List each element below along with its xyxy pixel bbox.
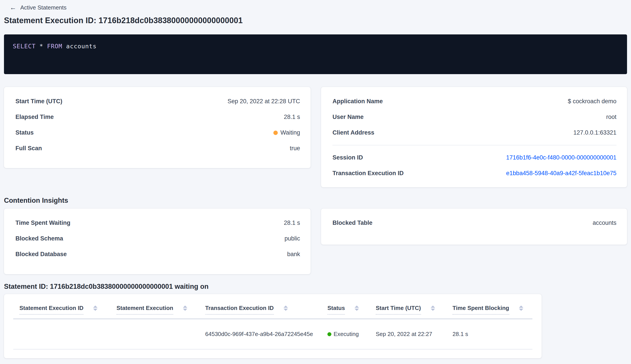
sql-keyword: FROM [47,43,62,50]
waiting-statements-table: Statement Execution ID Statement Executi… [13,294,532,350]
user-name-label: User Name [332,114,364,120]
contention-details-card: Time Spent Waiting 28.1 s Blocked Schema… [4,208,311,274]
column-header-time-spent-blocking[interactable]: Time Spent Blocking [446,294,532,319]
cell-transaction-execution-id: 64530d0c-969f-437e-a9b4-26a72245e45e [199,319,321,350]
blocked-table-value: accounts [592,220,616,226]
card-divider [332,145,616,146]
blocked-table-card: Blocked Table accounts [321,208,627,245]
client-address-value: 127.0.0.1:63321 [574,129,616,136]
sql-table-name: accounts [66,43,97,50]
sql-statement-box: SELECT * FROM accounts [4,34,627,74]
sort-arrows-icon[interactable] [93,305,98,311]
page-title: Statement Execution ID: 1716b218dc0b3838… [4,16,627,25]
column-header-statement-execution-id[interactable]: Statement Execution ID [13,294,110,319]
column-header-status[interactable]: Status [321,294,370,319]
sort-arrows-icon[interactable] [283,305,288,311]
sql-star: * [40,43,43,50]
sort-arrows-icon[interactable] [430,305,436,311]
session-id-label: Session ID [332,154,363,161]
cell-status: Executing [321,319,370,350]
full-scan-label: Full Scan [16,145,42,152]
executing-status-dot-icon [328,332,332,336]
cell-time-spent-blocking: 28.1 s [446,319,532,350]
session-id-link[interactable]: 1716b1f6-4e0c-f480-0000-000000000001 [506,154,616,161]
transaction-execution-id-label: Transaction Execution ID [332,170,404,177]
sort-arrows-icon[interactable] [182,305,188,311]
table-header-row: Statement Execution ID Statement Executi… [13,294,532,319]
waiting-status-dot-icon [273,130,278,135]
elapsed-time-value: 28.1 s [284,114,300,120]
session-id-row: Session ID 1716b1f6-4e0c-f480-0000-00000… [332,154,616,161]
blocked-database-value: bank [287,251,300,258]
back-link[interactable]: ← Active Statements [10,3,627,12]
column-header-statement-execution[interactable]: Statement Execution [110,294,199,319]
blocked-schema-row: Blocked Schema public [16,235,300,242]
table-row: 64530d0c-969f-437e-a9b4-26a72245e45e Exe… [13,319,532,350]
application-name-value: $ cockroach demo [568,98,616,105]
blocked-database-row: Blocked Database bank [16,251,300,258]
start-time-row: Start Time (UTC) Sep 20, 2022 at 22:28 U… [16,98,300,105]
status-text: Executing [334,331,359,338]
cell-statement-execution [110,319,199,350]
left-arrow-icon: ← [10,4,16,11]
sort-arrows-icon[interactable] [518,305,524,311]
back-link-label: Active Statements [20,4,67,11]
execution-details-card: Start Time (UTC) Sep 20, 2022 at 22:28 U… [4,87,311,168]
user-name-row: User Name root [332,114,616,120]
time-spent-waiting-row: Time Spent Waiting 28.1 s [16,220,300,226]
full-scan-value: true [290,145,300,152]
blocked-schema-value: public [284,235,300,242]
client-address-row: Client Address 127.0.0.1:63321 [332,129,616,136]
blocked-schema-label: Blocked Schema [16,235,63,242]
summary-cards-row: Start Time (UTC) Sep 20, 2022 at 22:28 U… [4,87,627,187]
elapsed-time-label: Elapsed Time [16,114,54,120]
transaction-execution-id-link[interactable]: e1bba458-5948-40a9-a42f-5feac1b10e75 [506,170,616,177]
user-name-value: root [606,114,616,120]
session-details-card: Application Name $ cockroach demo User N… [321,87,627,187]
time-spent-waiting-value: 28.1 s [284,220,300,226]
status-text: Waiting [280,129,300,136]
cell-start-time: Sep 20, 2022 at 22:27 [370,319,446,350]
application-name-row: Application Name $ cockroach demo [332,98,616,105]
blocked-table-row: Blocked Table accounts [332,220,616,226]
status-value: Waiting [273,129,300,136]
start-time-value: Sep 20, 2022 at 22:28 UTC [228,98,300,105]
waiting-on-heading: Statement ID: 1716b218dc0b38380000000000… [4,282,627,290]
client-address-label: Client Address [332,129,374,136]
statement-execution-details-page: ← Active Statements Statement Execution … [0,0,631,358]
application-name-label: Application Name [332,98,383,105]
transaction-execution-id-row: Transaction Execution ID e1bba458-5948-4… [332,170,616,177]
waiting-statements-table-card: Statement Execution ID Statement Executi… [4,294,542,358]
contention-insights-heading: Contention Insights [4,196,627,204]
status-row: Status Waiting [16,129,300,136]
cell-statement-execution-id [13,319,110,350]
contention-cards-row: Time Spent Waiting 28.1 s Blocked Schema… [4,208,627,274]
time-spent-waiting-label: Time Spent Waiting [16,220,70,226]
elapsed-time-row: Elapsed Time 28.1 s [16,114,300,120]
status-label: Status [16,129,34,136]
column-header-start-time[interactable]: Start Time (UTC) [370,294,446,319]
blocked-table-label: Blocked Table [332,220,372,226]
start-time-label: Start Time (UTC) [16,98,62,105]
sort-arrows-icon[interactable] [354,305,360,311]
sql-statement: SELECT * FROM accounts [13,43,618,50]
column-header-transaction-execution-id[interactable]: Transaction Execution ID [199,294,321,319]
full-scan-row: Full Scan true [16,145,300,152]
blocked-database-label: Blocked Database [16,251,67,258]
sql-keyword: SELECT [13,43,36,50]
